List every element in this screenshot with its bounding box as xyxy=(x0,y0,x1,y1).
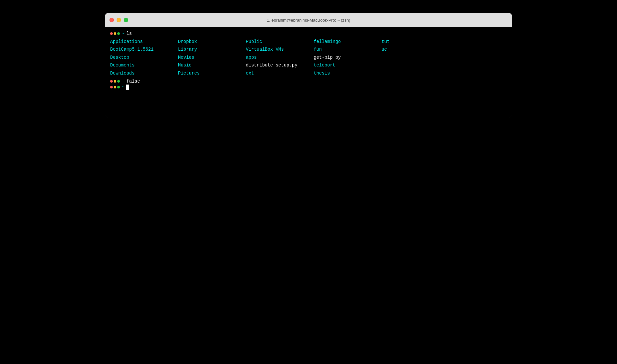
list-item: uc xyxy=(382,46,420,53)
dot-green xyxy=(117,86,120,88)
maximize-button[interactable] xyxy=(124,18,128,22)
ls-col-4: fellamingo fun get-pip.py teleport thesi… xyxy=(314,38,382,77)
list-item: Desktop xyxy=(110,54,178,61)
ls-output: Applications BootCamp5.1.5621 Desktop Do… xyxy=(110,38,507,77)
list-item: Library xyxy=(178,46,246,53)
list-item: Dropbox xyxy=(178,38,246,45)
ls-col-2: Dropbox Library Movies Music Pictures xyxy=(178,38,246,77)
list-item: BootCamp5.1.5621 xyxy=(110,46,178,53)
list-item: Movies xyxy=(178,54,246,61)
list-item: fellamingo xyxy=(314,38,382,45)
ls-col-3: Public VirtualBox VMs apps distribute_se… xyxy=(246,38,314,77)
prompt-line-false: ~ false xyxy=(110,79,507,84)
ls-col-5: tut uc xyxy=(382,38,420,77)
list-item: ext xyxy=(246,70,314,77)
window-title: 1. ebrahim@ebrahims-MacBook-Pro: ~ (zsh) xyxy=(267,18,350,23)
list-item: fun xyxy=(314,46,382,53)
list-item: tut xyxy=(382,38,420,45)
prompt-dots-ls xyxy=(110,32,120,35)
terminal-window: 1. ebrahim@ebrahims-MacBook-Pro: ~ (zsh)… xyxy=(105,13,512,117)
list-item: teleport xyxy=(314,62,382,69)
list-item: thesis xyxy=(314,70,382,77)
traffic-lights xyxy=(110,18,128,22)
prompt-line-ls: ~ ls xyxy=(110,31,507,36)
list-item: Pictures xyxy=(178,70,246,77)
dot-green xyxy=(117,32,120,35)
prompt-line-current: ~ xyxy=(110,85,507,90)
dot-yellow xyxy=(114,32,116,35)
minimize-button[interactable] xyxy=(117,18,121,22)
dot-red xyxy=(110,80,113,83)
list-item: Documents xyxy=(110,62,178,69)
prompt-tilde-current: ~ xyxy=(122,85,124,90)
list-item: Downloads xyxy=(110,70,178,77)
prompt-dots-current xyxy=(110,86,120,88)
list-item: apps xyxy=(246,54,314,61)
list-item: Public xyxy=(246,38,314,45)
cursor xyxy=(126,85,129,90)
title-bar: 1. ebrahim@ebrahims-MacBook-Pro: ~ (zsh) xyxy=(105,13,512,27)
list-item: distribute_setup.py xyxy=(246,62,314,69)
terminal-body[interactable]: ~ ls Applications BootCamp5.1.5621 Deskt… xyxy=(105,27,512,117)
list-item: Applications xyxy=(110,38,178,45)
list-item: Music xyxy=(178,62,246,69)
close-button[interactable] xyxy=(110,18,114,22)
dot-red xyxy=(110,86,113,88)
list-item: VirtualBox VMs xyxy=(246,46,314,53)
prompt-dots-false xyxy=(110,80,120,83)
list-item: get-pip.py xyxy=(314,54,382,61)
dot-yellow xyxy=(114,86,116,88)
dot-yellow xyxy=(114,80,116,83)
command-ls: ls xyxy=(126,31,132,36)
dot-green xyxy=(117,80,120,83)
prompt-tilde-false: ~ xyxy=(122,79,124,84)
command-false: false xyxy=(126,79,140,84)
dot-red xyxy=(110,32,113,35)
prompt-tilde-ls: ~ xyxy=(122,31,124,36)
ls-col-1: Applications BootCamp5.1.5621 Desktop Do… xyxy=(110,38,178,77)
